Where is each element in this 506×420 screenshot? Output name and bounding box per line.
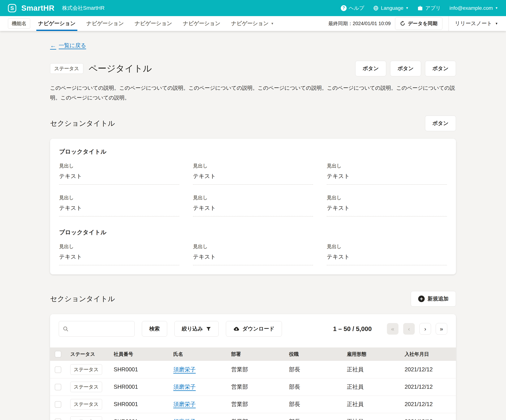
- prev-page-button: ‹: [403, 323, 415, 335]
- field: 見出し テキスト: [59, 243, 179, 265]
- field: 見出し テキスト: [193, 243, 313, 265]
- block-title: ブロックタイトル: [59, 148, 447, 156]
- field-value: テキスト: [193, 172, 313, 180]
- filter-button[interactable]: 絞り込み: [174, 321, 219, 337]
- funnel-icon: [206, 326, 211, 332]
- page-action-button-3[interactable]: ボタン: [425, 61, 456, 76]
- field-label: 見出し: [59, 194, 179, 201]
- refresh-icon: [400, 21, 405, 26]
- last-page-button[interactable]: »: [436, 323, 447, 335]
- employee-no-cell: SHR0001: [109, 361, 169, 378]
- field-value: テキスト: [327, 204, 447, 212]
- help-menu[interactable]: ? ヘルプ: [341, 5, 364, 12]
- help-label: ヘルプ: [349, 5, 364, 12]
- hire-date-cell: 2021/12/12: [400, 413, 456, 420]
- field-label: 見出し: [59, 243, 179, 250]
- release-notes-menu[interactable]: リリースノート ▼: [455, 20, 498, 27]
- field-value: テキスト: [59, 204, 179, 212]
- add-new-button[interactable]: + 新規追加: [411, 291, 456, 307]
- release-notes-label: リリースノート: [455, 20, 492, 27]
- account-email: info@example.com: [449, 5, 493, 11]
- section1-button[interactable]: ボタン: [425, 115, 456, 131]
- field-value: テキスト: [327, 253, 447, 261]
- row-checkbox[interactable]: [55, 384, 61, 390]
- help-icon: ?: [341, 5, 346, 11]
- field: 見出し テキスト: [193, 194, 313, 217]
- field: 見出し テキスト: [327, 243, 447, 265]
- account-menu[interactable]: info@example.com ▼: [449, 5, 498, 11]
- department-cell: 営業部: [227, 396, 285, 413]
- search-button[interactable]: 検索: [142, 321, 167, 337]
- column-header: 社員番号: [109, 347, 169, 361]
- field: 見出し テキスト: [59, 163, 179, 185]
- back-to-list-link[interactable]: ← 一覧に戻る: [50, 42, 86, 49]
- table-row: ステータス SHR0001 須磨栄子 営業部 部長 正社員 2021/12/12: [50, 378, 456, 396]
- field-value: テキスト: [59, 253, 179, 261]
- search-icon: [63, 326, 68, 332]
- position-cell: 部長: [285, 378, 342, 396]
- section1-title: セクションタイトル: [50, 118, 115, 128]
- nav-tab-3[interactable]: ナビゲーション: [135, 16, 172, 31]
- table-row: ステータス SHR0001 須磨栄子 営業部 部長 正社員 2021/12/12: [50, 413, 456, 420]
- nav-tab-2[interactable]: ナビゲーション: [86, 16, 124, 31]
- field: 見出し テキスト: [193, 163, 313, 185]
- department-cell: 営業部: [227, 413, 285, 420]
- employee-name-link[interactable]: 須磨栄子: [173, 418, 196, 420]
- smarthr-logo-icon: S: [8, 4, 16, 12]
- nav-tab-1[interactable]: ナビゲーション: [38, 16, 76, 31]
- nav-tab-5-dropdown[interactable]: ナビゲーション ▼: [231, 16, 274, 31]
- chevron-down-icon: ▼: [495, 7, 498, 10]
- hire-date-cell: 2021/12/12: [400, 396, 456, 413]
- row-checkbox[interactable]: [55, 401, 61, 408]
- employee-name-link[interactable]: 須磨栄子: [173, 366, 196, 373]
- employee-name-link[interactable]: 須磨栄子: [173, 384, 196, 390]
- filter-label: 絞り込み: [182, 325, 203, 332]
- row-checkbox[interactable]: [55, 419, 61, 420]
- nav-tabs: ナビゲーション ナビゲーション ナビゲーション ナビゲーション ナビゲーション …: [38, 16, 274, 31]
- last-sync-text: 最終同期：2024/01/01 10:09: [328, 20, 391, 27]
- employment-type-cell: 正社員: [342, 413, 400, 420]
- globe-icon: [373, 5, 379, 11]
- nav-tab-label: ナビゲーション: [183, 20, 220, 27]
- column-header: 雇用形態: [342, 347, 400, 361]
- field-value: テキスト: [193, 253, 313, 261]
- nav-tab-4[interactable]: ナビゲーション: [183, 16, 220, 31]
- page-action-button-1[interactable]: ボタン: [355, 61, 386, 76]
- row-checkbox[interactable]: [55, 366, 61, 373]
- select-all-checkbox[interactable]: [55, 351, 61, 357]
- employee-no-cell: SHR0001: [109, 378, 169, 396]
- page-status-badge: ステータス: [50, 63, 83, 74]
- page-action-button-2[interactable]: ボタン: [390, 61, 421, 76]
- column-header: 役職: [285, 347, 342, 361]
- briefcase-icon: [417, 5, 423, 11]
- field-label: 見出し: [59, 163, 179, 169]
- next-page-button[interactable]: ›: [419, 323, 431, 335]
- download-label: ダウンロード: [242, 325, 274, 332]
- search-input[interactable]: [59, 321, 135, 337]
- field-label: 見出し: [193, 243, 313, 250]
- cloud-download-icon: [233, 326, 240, 332]
- employee-name-link[interactable]: 須磨栄子: [173, 401, 196, 407]
- employee-no-cell: SHR0001: [109, 413, 169, 420]
- chevron-down-icon: ▼: [495, 22, 498, 25]
- apps-menu[interactable]: アプリ: [417, 5, 441, 12]
- employment-type-cell: 正社員: [342, 361, 400, 378]
- chevron-down-icon: ▼: [271, 22, 274, 25]
- block-2: ブロックタイトル 見出し テキスト 見出し テキスト 見出し テキスト: [59, 229, 447, 265]
- position-cell: 部長: [285, 413, 342, 420]
- status-badge: ステータス: [70, 382, 102, 392]
- info-card: ブロックタイトル 見出し テキスト 見出し テキスト 見出し テキスト 見出し …: [50, 139, 456, 274]
- department-cell: 営業部: [227, 378, 285, 396]
- language-menu[interactable]: Language ▼: [373, 5, 409, 11]
- back-link-label: 一覧に戻る: [59, 42, 86, 49]
- column-header: 入社年月日: [400, 347, 456, 361]
- feature-name-badge: 機能名: [8, 18, 30, 29]
- pagination-range: 1 – 50 / 5,000: [333, 325, 372, 332]
- download-button[interactable]: ダウンロード: [226, 321, 282, 337]
- sync-data-button[interactable]: データを同期: [395, 17, 442, 30]
- hire-date-cell: 2021/12/12: [400, 361, 456, 378]
- page-title: ページタイトル: [89, 63, 152, 75]
- sync-data-label: データを同期: [408, 20, 438, 27]
- column-header: 氏名: [169, 347, 227, 361]
- block-1: ブロックタイトル 見出し テキスト 見出し テキスト 見出し テキスト 見出し …: [59, 148, 447, 217]
